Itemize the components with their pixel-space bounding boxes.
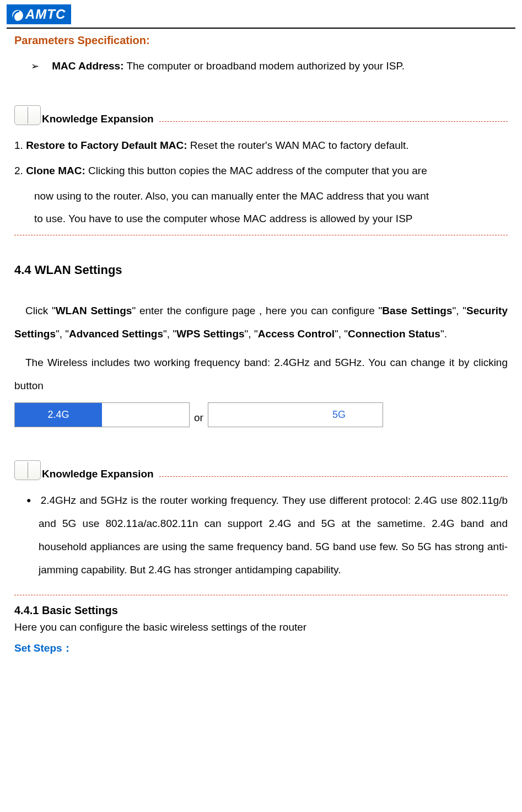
wlan-paragraph-2: The Wireless includes two working freque… [14,351,508,397]
brand-logo: AMTC [7,4,71,24]
basic-settings-desc: Here you can configure the basic wireles… [14,621,508,633]
dot-bullet-icon: ● [26,496,32,504]
knowledge-list-1: 1. Restore to Factory Default MAC: Reset… [14,134,508,230]
item2-cont2: to use. You have to use the computer who… [34,207,508,230]
knowledge-expansion-title: Knowledge Expansion [42,113,154,125]
book-icon [14,460,41,480]
ke2-text: 2.4GHz and 5GHz is the router working fr… [39,494,508,575]
ke1-item-1: 1. Restore to Factory Default MAC: Reset… [14,134,508,157]
arrow-bullet-icon: ➢ [31,61,39,72]
knowledge-expansion-row-2: Knowledge Expansion [14,460,508,480]
frequency-toggle-row: 2.4G or 5G [14,402,508,427]
ke2-bullet: ●2.4GHz and 5GHz is the router working f… [39,489,508,581]
header-divider [7,28,515,29]
item1-num: 1. [14,139,26,151]
set-steps-heading: Set Steps： [14,641,508,655]
item2-bold: Clone MAC: [26,165,85,176]
book-icon [14,105,41,125]
dashed-divider-1 [14,235,508,235]
item2-num: 2. [14,165,26,176]
knowledge-expansion-title-2: Knowledge Expansion [42,468,154,480]
logo-icon [12,10,23,21]
dashed-line [159,121,508,122]
toggle-24g-button[interactable]: 2.4G [14,402,190,427]
knowledge-expansion-row-1: Knowledge Expansion [14,105,508,125]
item1-rest: Reset the router's WAN MAC to factory de… [187,139,409,151]
wlan-paragraph-1: Click "WLAN Settings" enter the configur… [14,299,508,346]
page-header: AMTC [0,0,522,24]
item2-cont1: now using to the router. Also, you can m… [34,185,508,208]
item2-rest: Clicking this button copies the MAC addr… [85,165,427,176]
dashed-line [159,476,508,477]
toggle-5g-inactive [208,403,295,427]
toggle-5g-active: 5G [295,403,383,427]
item1-bold: Restore to Factory Default MAC: [26,139,187,151]
section-4-4-1-heading: 4.4.1 Basic Settings [14,604,508,617]
or-text: or [194,412,203,427]
toggle-5g-button[interactable]: 5G [208,402,383,427]
page-content: Parameters Specification: ➢ MAC Address:… [0,34,522,655]
mac-address-desc: The computer or broadband modem authoriz… [123,60,404,72]
mac-address-bullet: ➢ MAC Address: The computer or broadband… [31,60,508,72]
toggle-24g-inactive [102,403,189,427]
section-4-4-heading: 4.4 WLAN Settings [14,263,508,277]
toggle-24g-active: 2.4G [15,403,102,427]
ke1-item-2: 2. Clone MAC: Clicking this button copie… [14,159,508,182]
mac-address-label: MAC Address: [52,60,123,72]
parameters-specification-title: Parameters Specification: [14,34,508,47]
dashed-divider-2 [14,595,508,595]
logo-text: AMTC [25,7,66,21]
